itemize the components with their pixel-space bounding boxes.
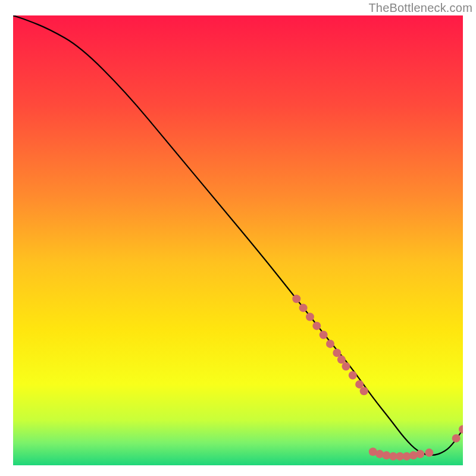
data-point xyxy=(416,450,424,458)
data-point xyxy=(292,295,300,303)
plot-area xyxy=(13,15,463,465)
data-point xyxy=(342,362,350,371)
attribution-text: TheBottleneck.com xyxy=(368,1,472,15)
data-point xyxy=(452,434,461,443)
data-point xyxy=(299,303,308,312)
data-point xyxy=(320,331,328,339)
chart-svg xyxy=(13,15,463,465)
data-point xyxy=(360,387,368,395)
data-point xyxy=(312,322,321,330)
chart-root: TheBottleneck.com xyxy=(0,0,476,476)
data-point xyxy=(326,340,334,348)
data-point xyxy=(349,371,357,380)
gradient-background xyxy=(13,15,463,465)
data-point xyxy=(425,449,433,457)
data-point xyxy=(306,313,314,321)
